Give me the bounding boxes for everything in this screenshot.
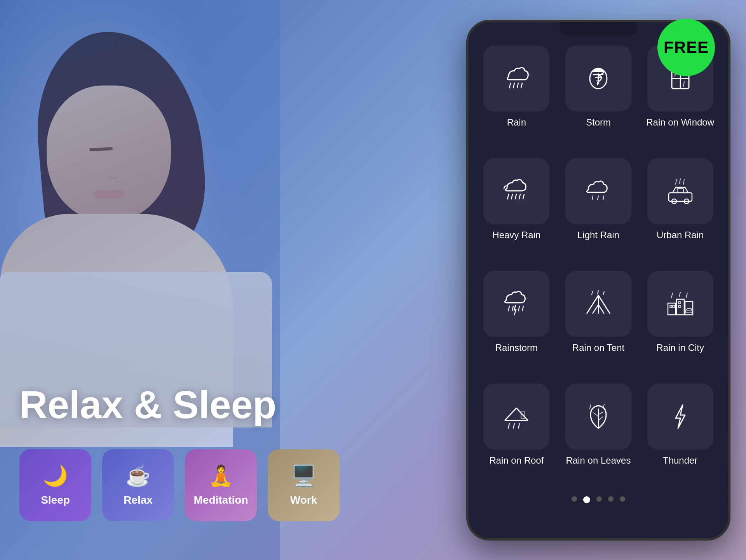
relax-label: Relax (124, 494, 153, 506)
svg-line-37 (598, 291, 598, 294)
svg-line-46 (671, 293, 673, 298)
light-rain-icon (583, 176, 614, 207)
work-icon: 🖥️ (291, 464, 316, 488)
svg-rect-39 (668, 303, 676, 315)
svg-line-48 (686, 293, 687, 298)
rainstorm-icon (501, 288, 532, 319)
sound-item-rainstorm[interactable]: Rainstorm (479, 271, 554, 376)
urban-rain-icon (665, 176, 696, 207)
category-relax-button[interactable]: ☕ Relax (102, 449, 174, 521)
rainstorm-icon-box (483, 271, 549, 337)
rain-icon-box (483, 45, 549, 112)
svg-rect-49 (686, 310, 692, 313)
sound-item-rain-in-city[interactable]: Rain in City (643, 271, 717, 376)
urban-rain-icon-box (647, 158, 713, 224)
rain-icon (501, 63, 532, 94)
svg-line-57 (598, 417, 603, 420)
light-rain-icon-box (565, 158, 631, 224)
svg-rect-28 (677, 188, 683, 193)
sleep-icon: 🌙 (43, 464, 68, 488)
dot-5[interactable] (620, 496, 625, 502)
svg-line-59 (590, 405, 591, 409)
dot-3[interactable] (596, 496, 602, 502)
svg-line-33 (512, 306, 513, 311)
svg-line-1 (513, 83, 514, 88)
svg-line-34 (518, 306, 519, 311)
main-content: FREE Relax & Sleep 🌙 Sleep ☕ Relax 🧘 Med… (0, 0, 746, 560)
svg-line-30 (680, 179, 680, 183)
rain-in-city-icon-box (647, 271, 713, 337)
relax-icon: ☕ (125, 464, 151, 488)
rain-on-leaves-label: Rain on Leaves (566, 455, 631, 466)
svg-line-15 (683, 82, 684, 86)
dot-1[interactable] (572, 496, 577, 502)
sound-item-rain-on-tent[interactable]: Rain on Tent (561, 271, 636, 376)
sound-item-urban-rain[interactable]: Urban Rain (643, 158, 717, 263)
sound-item-thunder[interactable]: Thunder (643, 384, 717, 488)
phone-notch (560, 22, 637, 36)
svg-line-47 (679, 292, 680, 297)
svg-line-53 (513, 424, 514, 428)
heavy-rain-icon-box (483, 158, 549, 224)
work-label: Work (290, 494, 317, 506)
svg-line-54 (518, 424, 519, 428)
thunder-icon-box (647, 384, 713, 450)
svg-line-22 (592, 196, 593, 200)
sound-item-rain-on-leaves[interactable]: Rain on Leaves (561, 384, 636, 488)
svg-line-17 (507, 194, 509, 199)
sound-item-light-rain[interactable]: Light Rain (561, 158, 636, 263)
light-rain-label: Light Rain (577, 230, 619, 241)
phone-mockup: Rain (451, 0, 746, 560)
sound-grid: Rain (479, 45, 717, 488)
svg-line-2 (517, 83, 518, 88)
rain-on-tent-icon-box (565, 271, 631, 337)
meditation-icon: 🧘 (208, 464, 234, 488)
thunder-label: Thunder (663, 455, 697, 466)
dot-4[interactable] (608, 496, 614, 502)
svg-line-18 (511, 194, 512, 199)
svg-line-23 (598, 196, 598, 200)
rain-on-roof-label: Rain on Roof (489, 455, 544, 466)
category-work-button[interactable]: 🖥️ Work (268, 449, 340, 521)
svg-line-60 (603, 404, 604, 408)
svg-line-20 (519, 194, 520, 199)
svg-rect-43 (673, 305, 675, 307)
svg-line-36 (592, 291, 593, 295)
category-buttons: 🌙 Sleep ☕ Relax 🧘 Meditation 🖥️ Work (19, 449, 340, 521)
free-badge-label: FREE (664, 38, 709, 57)
svg-line-19 (515, 194, 516, 199)
rain-on-roof-icon-box (483, 384, 549, 450)
sound-item-rain-on-roof[interactable]: Rain on Roof (479, 384, 554, 488)
rain-on-tent-label: Rain on Tent (572, 342, 624, 353)
thunder-icon (665, 401, 696, 432)
category-meditation-button[interactable]: 🧘 Meditation (185, 449, 257, 521)
svg-rect-44 (678, 302, 680, 304)
rainstorm-label: Rainstorm (495, 342, 538, 353)
rain-on-leaves-icon (583, 401, 614, 432)
rain-in-city-icon (665, 288, 696, 319)
dot-2-active[interactable] (583, 496, 590, 503)
meditation-label: Meditation (194, 494, 248, 506)
rain-on-window-label: Rain on Window (646, 117, 714, 128)
page-dots (479, 496, 717, 507)
svg-line-31 (683, 180, 684, 184)
svg-line-52 (508, 424, 509, 428)
svg-line-21 (523, 194, 524, 199)
svg-line-32 (508, 306, 509, 311)
rain-in-city-label: Rain in City (656, 342, 704, 353)
svg-line-3 (521, 83, 522, 88)
rain-on-leaves-icon-box (565, 384, 631, 450)
sleep-label: Sleep (41, 494, 70, 506)
sound-item-storm[interactable]: Storm (561, 45, 636, 150)
rain-on-roof-icon (501, 401, 532, 432)
rain-label: Rain (507, 117, 526, 128)
svg-line-58 (598, 412, 603, 415)
category-sleep-button[interactable]: 🌙 Sleep (19, 449, 91, 521)
sound-item-rain[interactable]: Rain (479, 45, 554, 150)
storm-icon-box (565, 45, 631, 112)
heavy-rain-icon (501, 176, 532, 207)
svg-line-0 (509, 83, 511, 88)
svg-line-29 (676, 180, 676, 184)
sound-item-heavy-rain[interactable]: Heavy Rain (479, 158, 554, 263)
svg-rect-42 (670, 305, 672, 307)
